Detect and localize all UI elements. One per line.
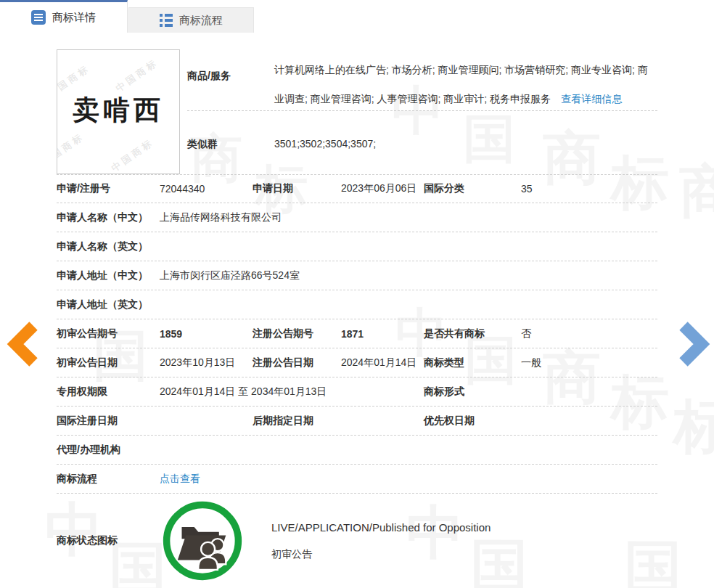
table-row: 申请人地址（中文） 上海市闵行区庙泾路66号524室 [57, 261, 657, 290]
goods-services-label: 商品/服务 [187, 70, 267, 83]
image-watermark-text: 中国商标 [109, 136, 157, 174]
agency-label: 代理/办理机构 [57, 444, 160, 457]
applicant-name-cn-value: 上海品传网络科技有限公司 [160, 211, 657, 224]
table-row: 初审公告日期 2023年10月13日 注册公告日期 2024年01月14日 商标… [57, 348, 657, 377]
view-details-link[interactable]: 查看详细信息 [561, 93, 622, 105]
trademark-info-table: 申请/注册号 72044340 申请日期 2023年06月06日 国际分类 35… [57, 174, 657, 588]
status-icon-label: 商标状态图标 [57, 534, 160, 547]
image-watermark-text: 中国商标 [113, 56, 161, 95]
tab-label: 商标流程 [179, 14, 223, 28]
flow-list-icon [160, 14, 173, 27]
application-number-label: 申请/注册号 [57, 182, 160, 195]
image-watermark-text: 中国商标 [57, 130, 87, 169]
trademark-type-value: 一般 [521, 356, 657, 369]
application-number-value: 72044340 [160, 183, 253, 195]
table-row: 国际注册日期 后期指定日期 优先权日期 [57, 407, 657, 436]
trademark-flow-label: 商标流程 [57, 473, 160, 486]
tab-trademark-flow[interactable]: 商标流程 [128, 7, 254, 33]
applicant-address-cn-value: 上海市闵行区庙泾路66号524室 [160, 269, 657, 282]
intl-class-value: 35 [521, 183, 657, 195]
status-folder-icon [161, 499, 244, 582]
reg-gazette-date-value: 2024年01月14日 [341, 356, 424, 369]
table-row: 申请/注册号 72044340 申请日期 2023年06月06日 国际分类 35 [57, 174, 657, 203]
status-texts: LIVE/APPLICATION/Published for Oppositio… [271, 521, 491, 561]
table-row: 申请人地址（英文） [57, 290, 657, 319]
table-row: 专用权期限 2024年01月14日 至 2034年01月13日 商标形式 [57, 377, 657, 407]
watermark-character: 国 [463, 113, 515, 165]
trademark-status-row: 商标状态图标 LIVE/APPLICATION/Published for Op… [57, 494, 657, 588]
divider [187, 110, 657, 111]
tab-label: 商标详情 [52, 11, 96, 25]
reg-gazette-no-label: 注册公告期号 [253, 327, 341, 340]
trademark-type-label: 商标类型 [424, 356, 521, 369]
prelim-gazette-date-value: 2023年10月13日 [160, 356, 253, 369]
goods-services-value: 计算机网络上的在线广告; 市场分析; 商业管理顾问; 市场营销研究; 商业专业咨… [274, 55, 657, 113]
previous-arrow-button[interactable] [6, 321, 39, 370]
applicant-name-en-label: 申请人名称（英文） [57, 240, 160, 253]
trademark-image[interactable]: 中国商标 中国商标 中国商标 中国商标 卖啃西 [57, 49, 180, 174]
status-cn-text: 初审公告 [271, 548, 491, 561]
table-row: 初审公告期号 1859 注册公告期号 1871 是否共有商标 否 [57, 319, 657, 348]
watermark-character: 标 [673, 398, 714, 456]
status-live-text: LIVE/APPLICATION/Published for Oppositio… [271, 521, 491, 534]
table-row: 商标流程 点击查看 [57, 465, 657, 494]
prelim-gazette-no-value: 1859 [160, 328, 253, 340]
applicant-name-cn-label: 申请人名称（中文） [57, 211, 160, 224]
tab-trademark-detail[interactable]: 商标详情 [0, 0, 128, 33]
similar-group-label: 类似群 [187, 138, 218, 151]
validity-period-value: 2024年01月14日 至 2034年01月13日 [160, 385, 424, 399]
validity-period-label: 专用权期限 [57, 385, 160, 399]
similar-group-value: 3501;3502;3504;3507; [274, 138, 376, 150]
applicant-address-cn-label: 申请人地址（中文） [57, 269, 160, 282]
intl-reg-date-label: 国际注册日期 [57, 415, 160, 428]
priority-date-label: 优先权日期 [424, 415, 521, 428]
table-row: 申请人名称（英文） [57, 232, 657, 261]
co-owned-value: 否 [521, 327, 657, 340]
detail-list-icon [31, 10, 46, 25]
prelim-gazette-no-label: 初审公告期号 [57, 327, 160, 340]
applicant-address-en-label: 申请人地址（英文） [57, 298, 160, 311]
table-row: 代理/办理机构 [57, 436, 657, 465]
click-to-view-link[interactable]: 点击查看 [160, 473, 200, 484]
prelim-gazette-date-label: 初审公告日期 [57, 356, 160, 369]
trademark-text: 卖啃西 [57, 92, 179, 128]
table-row: 申请人名称（中文） 上海品传网络科技有限公司 [57, 203, 657, 232]
tab-bar: 商标详情 商标流程 [0, 0, 714, 33]
application-date-value: 2023年06月06日 [341, 182, 424, 195]
reg-gazette-date-label: 注册公告日期 [253, 356, 341, 369]
late-designation-date-label: 后期指定日期 [253, 415, 341, 428]
reg-gazette-no-value: 1871 [341, 328, 424, 340]
watermark-character: 商 [679, 163, 714, 221]
next-arrow-button[interactable] [678, 321, 711, 370]
trademark-form-label: 商标形式 [424, 385, 521, 399]
trademark-detail-page: 商标中国商标商国中国商标标中国中国国 商标详情 商标流程 中国商标 中国商标 中… [0, 0, 714, 588]
application-date-label: 申请日期 [253, 182, 341, 195]
intl-class-label: 国际分类 [424, 182, 521, 195]
co-owned-label: 是否共有商标 [424, 327, 521, 340]
